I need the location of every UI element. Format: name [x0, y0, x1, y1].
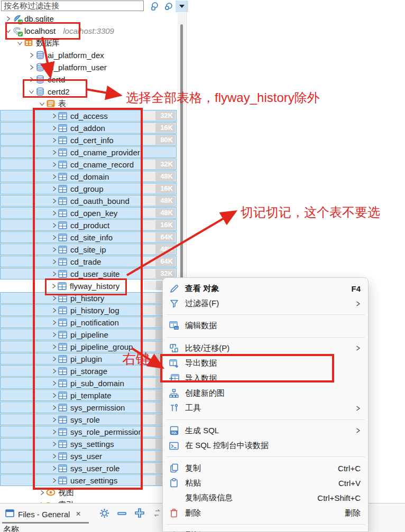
table-row[interactable]: sys_settings — [0, 438, 177, 450]
menu-item-工具[interactable]: 工具 — [163, 401, 368, 416]
table-row[interactable]: cd_product16K — [0, 219, 177, 231]
expand-all-icon[interactable] — [134, 508, 145, 520]
chevron-right-icon[interactable] — [27, 52, 35, 58]
table-row[interactable]: sys_role — [0, 414, 177, 425]
table-row[interactable]: cd_open_key48K — [0, 207, 177, 219]
table-row[interactable]: cd_cname_record32K — [0, 158, 177, 170]
table-row[interactable]: sys_role_permission — [0, 426, 177, 437]
menu-item-刷新[interactable]: 刷新F5 — [163, 528, 368, 532]
menu-item-在 SQL 控制台中读数据[interactable]: 在 SQL 控制台中读数据 — [163, 438, 368, 453]
table-row[interactable]: pi_history_log — [0, 304, 177, 316]
collapse-all-icon[interactable] — [117, 508, 127, 520]
table-row[interactable]: pi_history — [0, 292, 177, 304]
table-row[interactable]: cd_access32K — [0, 110, 177, 122]
chevron-right-icon[interactable] — [50, 295, 58, 301]
chevron-right-icon[interactable] — [50, 380, 58, 386]
chevron-right-icon[interactable] — [50, 186, 58, 192]
tree-item-db.sqlite[interactable]: db.sqlite — [0, 13, 177, 24]
chevron-right-icon[interactable] — [50, 417, 58, 423]
link-editor-icon[interactable] — [152, 509, 162, 519]
chevron-right-icon[interactable] — [50, 247, 58, 253]
menu-item-比较/迁移(P)[interactable]: 比较/迁移(P) — [163, 341, 368, 356]
menu-item-生成 SQL[interactable]: SQL生成 SQL — [163, 423, 368, 438]
tab-files-general[interactable]: Files - General × — [2, 506, 84, 522]
menu-item-复制高级信息[interactable]: 复制高级信息Ctrl+Shift+C — [163, 491, 368, 506]
table-row[interactable]: pi_pipeline_group — [0, 341, 177, 352]
chevron-right-icon[interactable] — [50, 271, 58, 277]
chevron-right-icon[interactable] — [50, 210, 58, 216]
chevron-down-icon[interactable] — [16, 40, 23, 46]
menu-item-创建新的图[interactable]: 创建新的图 — [163, 386, 368, 400]
chevron-down-icon[interactable] — [4, 28, 12, 34]
chevron-right-icon[interactable] — [50, 441, 58, 447]
chevron-right-icon[interactable] — [50, 368, 58, 374]
chevron-right-icon[interactable] — [27, 64, 35, 70]
chevron-right-icon[interactable] — [50, 465, 58, 471]
table-row[interactable]: cd_user_suite32K — [0, 268, 177, 279]
tree-item-索引[interactable]: 索引 — [0, 499, 177, 503]
tree-item-localhost[interactable]: localhostlocalhost:3309 — [0, 25, 177, 36]
table-row[interactable]: cd_addon16K — [0, 122, 177, 134]
table-row[interactable]: pi_sub_domain — [0, 377, 177, 389]
chevron-right-icon[interactable] — [4, 16, 12, 22]
connection-filter-icon[interactable] — [149, 1, 161, 12]
menu-item-导出数据[interactable]: 导出数据 — [163, 356, 368, 371]
table-row[interactable]: pi_plugin — [0, 353, 177, 365]
table-row[interactable]: cd_cert_info80K — [0, 134, 177, 146]
connection-type-icon[interactable] — [162, 1, 175, 12]
menu-item-粘贴[interactable]: 粘贴Ctrl+V — [163, 475, 368, 490]
chevron-right-icon[interactable] — [50, 259, 58, 265]
chevron-right-icon[interactable] — [50, 222, 58, 228]
table-row[interactable]: cd_domain48K — [0, 171, 177, 182]
gear-icon[interactable] — [99, 508, 109, 520]
chevron-right-icon[interactable] — [50, 344, 58, 350]
tree-item-表[interactable]: 表 — [0, 98, 177, 109]
table-row[interactable]: cd_cname_provider — [0, 146, 177, 158]
chevron-right-icon[interactable] — [50, 174, 58, 180]
chevron-right-icon[interactable] — [50, 137, 58, 143]
menu-item-查看 对象[interactable]: 查看 对象F4 — [163, 281, 368, 296]
chevron-right-icon[interactable] — [50, 162, 58, 167]
chevron-right-icon[interactable] — [50, 429, 58, 435]
filter-connections-input[interactable] — [1, 1, 144, 11]
chevron-right-icon[interactable] — [50, 393, 58, 398]
chevron-right-icon[interactable] — [50, 453, 58, 459]
chevron-right-icon[interactable] — [38, 490, 45, 496]
tree-item-certd[interactable]: certd — [0, 73, 177, 85]
chevron-right-icon[interactable] — [50, 332, 58, 338]
menu-item-复制[interactable]: 复制Ctrl+C — [163, 461, 368, 475]
chevron-right-icon[interactable] — [50, 307, 58, 313]
table-row[interactable]: cd_site_ip48K — [0, 244, 177, 255]
chevron-right-icon[interactable] — [50, 320, 58, 325]
tree-item-ai_platform_user[interactable]: ai_platform_user — [0, 61, 177, 73]
chevron-down-icon[interactable] — [38, 101, 45, 107]
table-row[interactable]: cd_group16K — [0, 183, 177, 194]
chevron-right-icon[interactable] — [50, 198, 58, 204]
tree-item-数据库[interactable]: 数据库 — [0, 37, 177, 49]
table-row[interactable]: sys_permission — [0, 402, 177, 413]
close-icon[interactable]: × — [76, 509, 80, 519]
chevron-right-icon[interactable] — [50, 235, 58, 240]
menu-item-过滤器(F)[interactable]: 过滤器(F) — [163, 296, 368, 311]
tree-item-certd2[interactable]: certd2 — [0, 86, 177, 97]
table-row[interactable]: sys_user — [0, 450, 177, 462]
table-row[interactable]: cd_oauth_bound48K — [0, 195, 177, 207]
chevron-right-icon[interactable] — [50, 356, 58, 362]
tree-item-ai_platform_dex[interactable]: ai_platform_dex — [0, 49, 177, 61]
chevron-right-icon[interactable] — [50, 405, 58, 410]
chevron-right-icon[interactable] — [50, 283, 57, 289]
tree-item-视图[interactable]: 视图 — [0, 487, 177, 498]
table-row[interactable]: pi_storage — [0, 365, 177, 377]
menu-item-删除[interactable]: 删除删除 — [163, 506, 368, 520]
menu-item-导入数据[interactable]: 导入数据 — [163, 371, 368, 386]
table-row[interactable]: cd_site_info64K — [0, 231, 177, 243]
table-row[interactable]: pi_template — [0, 389, 177, 401]
table-row[interactable]: flyway_history1 — [0, 280, 177, 292]
menu-item-编辑数据[interactable]: <>编辑数据 — [163, 319, 368, 333]
chevron-right-icon[interactable] — [50, 478, 58, 483]
chevron-right-icon[interactable] — [50, 113, 58, 119]
chevron-right-icon[interactable] — [27, 77, 35, 82]
chevron-right-icon[interactable] — [50, 150, 58, 155]
table-row[interactable]: cd_trade64K — [0, 256, 177, 267]
chevron-down-icon[interactable] — [27, 89, 35, 95]
